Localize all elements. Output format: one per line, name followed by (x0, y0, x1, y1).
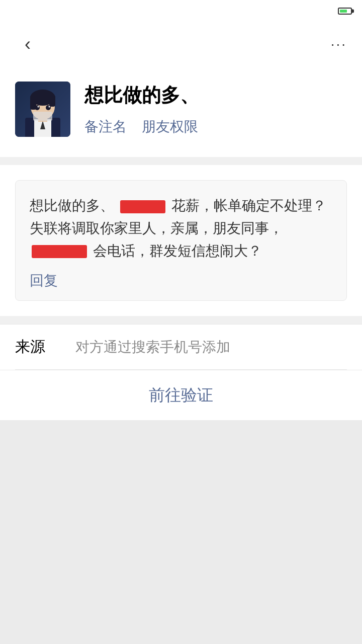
svg-rect-13 (33, 112, 52, 121)
permission-button[interactable]: 朋友权限 (142, 117, 198, 136)
profile-section: 想比做的多、 备注名 朋友权限 (0, 66, 362, 157)
svg-point-11 (38, 106, 39, 108)
verify-button[interactable]: 前往验证 (149, 384, 213, 407)
source-value: 对方通过搜索手机号添加 (65, 338, 347, 357)
divider-2 (0, 316, 362, 324)
back-button[interactable]: ‹ (15, 32, 40, 57)
message-card: 想比做的多、 花薪，帐单确定不处理？失联将调取你家里人，亲属，朋友同事， 会电话… (0, 165, 362, 316)
svg-point-12 (49, 106, 50, 108)
source-label: 来源 (15, 337, 65, 357)
source-section: 来源 对方通过搜索手机号添加 (0, 324, 362, 370)
footer-actions: 加入黑名单 ｜ 投诉 (0, 631, 362, 644)
nav-bar: ‹ ··· (0, 22, 362, 66)
source-row: 来源 对方通过搜索手机号添加 (15, 325, 347, 370)
message-box: 想比做的多、 花薪，帐单确定不处理？失联将调取你家里人，亲属，朋友同事， 会电话… (15, 180, 347, 301)
remark-button[interactable]: 备注名 (84, 117, 127, 136)
status-bar (0, 0, 362, 22)
reply-button[interactable]: 回复 (30, 271, 332, 290)
profile-actions: 备注名 朋友权限 (84, 117, 347, 136)
message-text: 想比做的多、 花薪，帐单确定不处理？失联将调取你家里人，亲属，朋友同事， 会电话… (30, 195, 332, 262)
divider-1 (0, 157, 362, 165)
verify-section: 前往验证 (0, 370, 362, 420)
profile-name: 想比做的多、 (84, 83, 347, 108)
more-button[interactable]: ··· (331, 36, 347, 52)
gray-area (0, 420, 362, 631)
svg-point-9 (35, 105, 40, 110)
battery-icon (338, 8, 352, 15)
profile-info: 想比做的多、 备注名 朋友权限 (84, 83, 347, 136)
avatar (15, 82, 70, 137)
svg-point-10 (46, 105, 51, 110)
